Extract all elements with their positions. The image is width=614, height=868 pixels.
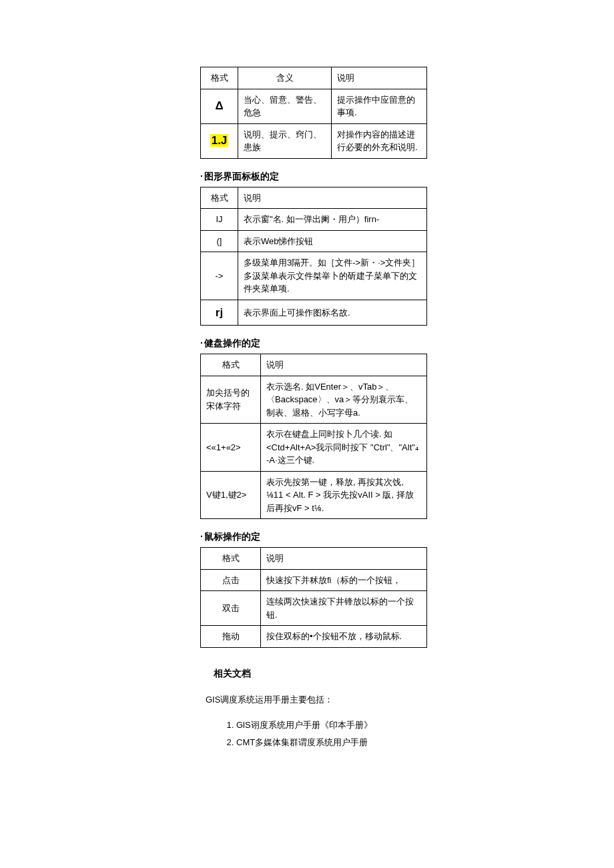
table-row: V键1,键2> 表示先按第一键，释放, 再按其次饯, ⅛11 < Alt. F … [201,471,427,519]
section-title-gui: 图形界面标板的定 [200,171,427,183]
related-doc-list: GlS诩度系统用户手册《印本手册》 CMT多媒体集群谓度系统用户手册 [236,717,427,751]
cell-symbol: Δ [201,89,238,123]
table-header-row: 格式 说明 [201,354,427,376]
th-desc: 说明 [261,548,427,570]
cell-desc: 表示Web悌作按钮 [238,230,427,252]
cell-format: V键1,键2> [201,471,261,519]
table-row: 加尖括号的宋体字符 衣示选名. 如VEnter＞、vTab＞、〈Backspac… [201,376,427,424]
table-header-row: 格式 说明 [201,548,427,570]
cell-desc: 表示先按第一键，释放, 再按其次饯, ⅛11 < Alt. F > 我示先按vA… [261,471,427,519]
heading-related-docs: 相关文档 [214,668,427,680]
cell-format: -> [201,252,238,300]
table-gui: 格式 说明 IJ 衣示窗"名. 如一弹出阑・用户）firn- (] 表示Web悌… [200,187,427,326]
cell-meaning: 说明、提示、窍门、患族 [238,123,332,158]
cell-desc: 衣示窗"名. 如一弹出阑・用户）firn- [238,209,427,231]
table-row: 1.J 说明、提示、窍门、患族 对操作内容的描述进行必要的外充和说明. [201,123,427,158]
table-row: 拖动 按住双标的•个按钮不放，移动鼠标. [201,626,427,648]
cell-format: 加尖括号的宋体字符 [201,376,261,424]
cell-desc: 快速按下并秫放fi（标的一个按钮， [261,569,427,591]
th-format: 格式 [201,67,238,89]
table-row: IJ 衣示窗"名. 如一弹出阑・用户）firn- [201,209,427,231]
cell-desc: 衣示选名. 如VEnter＞、vTab＞、〈Backspace〉、va＞等分别衰… [261,376,427,424]
table-keyboard: 格式 说明 加尖括号的宋体字符 衣示选名. 如VEnter＞、vTab＞、〈Ba… [200,354,427,519]
table-row: 点击 快速按下并秫放fi（标的一个按钮， [201,569,427,591]
th-desc: 说明 [332,67,427,89]
th-format: 格式 [201,354,261,376]
cell-meaning: 当心、留意、警告、危急 [238,89,332,123]
table-symbols: 格式 含义 说明 Δ 当心、留意、警告、危急 提示操作中应留意的事项. 1.J … [200,67,427,159]
cell-desc: 衣示在键盘上同时按卜几个读. 如 <Ctd+Alt+A>我示同时按下 "Ctrl… [261,424,427,472]
th-desc: 说明 [238,187,427,209]
document-body: 格式 含义 说明 Δ 当心、留意、警告、危急 提示操作中应留意的事项. 1.J … [200,67,427,751]
table-row: -> 多级菜单用3隔开。如［文件->新・·>文件夹］多汲菜单表示文件桀举卜的斫建… [201,252,427,300]
cell-desc: 提示操作中应留意的事项. [332,89,427,123]
cell-format: IJ [201,209,238,231]
table-row: 双击 连续两次快速按下井锋放以标的一个按钮. [201,591,427,626]
section-title-mouse: 鼠标操作的定 [200,531,427,543]
cell-desc: 对操作内容的描述进行必要的外充和说明. [332,123,427,158]
th-format: 格式 [201,548,261,570]
cell-symbol: 1.J [201,123,238,158]
cell-format: <«1+«2> [201,424,261,472]
section-title-keyboard: 健盘操作的定 [200,338,427,350]
table-mouse: 格式 说明 点击 快速按下并秫放fi（标的一个按钮， 双击 连续两次快速按下井锋… [200,547,427,648]
table-header-row: 格式 含义 说明 [201,67,427,89]
cell-desc: 按住双标的•个按钮不放，移动鼠标. [261,626,427,648]
cell-format: 拖动 [201,626,261,648]
cell-format: rj [201,300,238,326]
table-header-row: 格式 说明 [201,187,427,209]
related-intro: GIS调度系统运用手册主要包括： [206,692,427,707]
table-row: Δ 当心、留意、警告、危急 提示操作中应留意的事项. [201,89,427,123]
list-item: CMT多媒体集群谓度系统用户手册 [236,734,427,751]
cell-desc: 表示界面上可操作图标名故. [238,300,427,326]
cell-desc: 多级菜单用3隔开。如［文件->新・·>文件夹］多汲菜单表示文件桀举卜的斫建子菜单… [238,252,427,300]
list-item: GlS诩度系统用户手册《印本手册》 [236,717,427,734]
th-format: 格式 [201,187,238,209]
cell-format: 双击 [201,591,261,626]
cell-format: 点击 [201,569,261,591]
th-desc: 说明 [261,354,427,376]
cell-desc: 连续两次快速按下井锋放以标的一个按钮. [261,591,427,626]
th-meaning: 含义 [238,67,332,89]
cell-format: (] [201,230,238,252]
table-row: rj 表示界面上可操作图标名故. [201,300,427,326]
table-row: (] 表示Web悌作按钮 [201,230,427,252]
table-row: <«1+«2> 衣示在键盘上同时按卜几个读. 如 <Ctd+Alt+A>我示同时… [201,424,427,472]
